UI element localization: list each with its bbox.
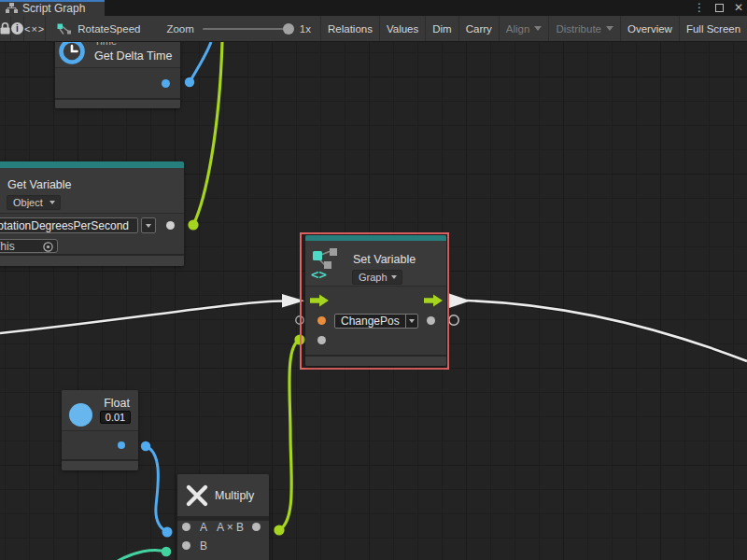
active-tab-accent [0,0,105,2]
value-edge-multiply-to-setvar [279,340,300,530]
node-get-delta-time[interactable]: Time Get Delta Time [55,42,180,108]
chevron-down-icon [606,26,613,31]
port-label-result: A × B [217,521,244,534]
value-edge-getvariable [193,42,222,225]
variable-name-dropdown[interactable] [141,217,156,233]
graph-toolbar: i <×> RotateSpeed Zoom 1x Relations Valu… [0,16,747,42]
target-object-field[interactable]: This [0,239,58,253]
node-title: Get Variable [7,178,72,191]
variable-scope-dropdown[interactable]: Object [7,195,61,210]
code-view-icon: <×> [24,23,45,35]
chevron-down-icon [405,315,417,328]
carry-button[interactable]: Carry [458,16,499,41]
input-port-variable-name[interactable] [317,316,326,325]
value-edge-deltatime [190,42,211,82]
align-dropdown[interactable]: Align [499,16,549,41]
graph-breadcrumb[interactable]: RotateSpeed [57,16,140,41]
input-port-value[interactable] [317,336,326,344]
zoom-slider-thumb[interactable] [283,23,294,35]
tab-script-graph[interactable]: Script Graph [0,0,105,16]
distribute-dropdown[interactable]: Distribute [548,16,620,41]
flow-arrowhead-left [282,294,304,308]
input-port-b[interactable] [182,541,190,550]
variable-header-accent [0,161,184,168]
variable-name-field[interactable]: RotationDegreesPerSecond [0,217,138,233]
zoom-label: Zoom [166,23,193,35]
graph-canvas[interactable]: Time Get Delta Time Get Variable Object … [0,42,747,560]
value-edge-to-b [118,550,166,560]
chevron-down-icon [534,26,542,31]
fullscreen-button[interactable]: Full Screen [679,16,747,41]
node-category: Time [94,42,117,47]
flow-edge-left-shadow [0,301,283,334]
script-graph-window: Script Graph ⋮ ✕ i <×> RotateSpeed Z [0,0,747,560]
graph-tab-icon [6,3,18,14]
edge-endpoint [162,527,173,538]
close-icon[interactable]: ✕ [734,0,743,16]
node-get-variable[interactable]: Get Variable Object RotationDegreesPerSe… [0,161,184,266]
zoom-value: 1x [300,23,311,35]
node-float[interactable]: Float 0.01 [62,390,138,470]
node-title: Set Variable [353,253,416,266]
input-port-a[interactable] [182,523,190,531]
window-controls: ⋮ ✕ [694,0,743,16]
chevron-down-icon [146,224,151,228]
relations-button[interactable]: Relations [320,16,379,41]
node-title: Float [101,397,130,410]
graph-name-label: RotateSpeed [78,23,140,35]
output-port-variable-value[interactable] [166,221,175,230]
lock-icon [0,22,10,35]
flow-input-port[interactable] [310,294,330,307]
edge-endpoint [141,441,150,451]
node-set-variable[interactable]: <> Set Variable Graph ChangePos [305,235,446,366]
tab-bar: Script Graph ⋮ ✕ [0,0,747,16]
port-label-a: A [200,521,207,534]
values-button[interactable]: Values [379,16,425,41]
variable-scope-dropdown[interactable]: Graph [352,270,402,285]
flow-edge-right-shadow [467,301,747,361]
node-title: Get Delta Time [94,49,172,63]
chevron-down-icon [49,201,55,204]
hollow-port-right[interactable] [449,315,458,325]
port-label-b: B [200,539,207,553]
edge-endpoint [185,77,194,87]
flow-arrowhead-right [449,294,471,309]
object-picker-icon[interactable] [42,241,54,253]
node-title: Multiply [215,489,254,502]
edge-endpoint [294,334,304,344]
flow-output-port[interactable] [424,294,444,307]
float-value-input[interactable]: 0.01 [100,411,131,424]
tab-title: Script Graph [22,1,85,15]
info-button[interactable]: i [11,16,24,41]
toolbar-buttons: Relations Values Dim Carry Align Distrib… [320,16,747,41]
chevron-down-icon [391,275,397,279]
overview-button[interactable]: Overview [620,16,679,41]
dim-button[interactable]: Dim [425,16,458,41]
edge-endpoint [188,219,198,230]
variable-name-combo[interactable]: ChangePos [334,314,418,329]
output-port-delta-time[interactable] [162,79,170,88]
hollow-port-left[interactable] [296,316,303,324]
node-multiply[interactable]: Multiply A A × B B [177,474,269,560]
clock-icon [57,42,87,70]
output-port-float[interactable] [118,441,125,449]
float-circle-icon [69,403,92,427]
edge-endpoint [162,547,172,557]
menu-icon[interactable]: ⋮ [694,0,705,16]
zoom-slider[interactable] [203,28,289,30]
lock-button[interactable] [0,16,11,41]
edge-endpoint [274,525,284,535]
svg-text:<>: <> [311,267,327,281]
value-edge-float-to-a [146,446,167,532]
rotate-speed-graph-icon [57,22,72,35]
flow-edge-left [0,301,283,334]
zoom-control: Zoom 1x [166,16,311,41]
maximize-icon[interactable] [715,4,724,12]
info-icon: i [11,22,23,35]
flow-edge-right [467,301,747,361]
output-port-result[interactable] [252,523,261,531]
output-port-value[interactable] [427,316,435,325]
set-variable-icon: <> [310,247,344,285]
code-view-button[interactable]: <×> [24,16,46,41]
multiply-x-icon [184,483,210,509]
